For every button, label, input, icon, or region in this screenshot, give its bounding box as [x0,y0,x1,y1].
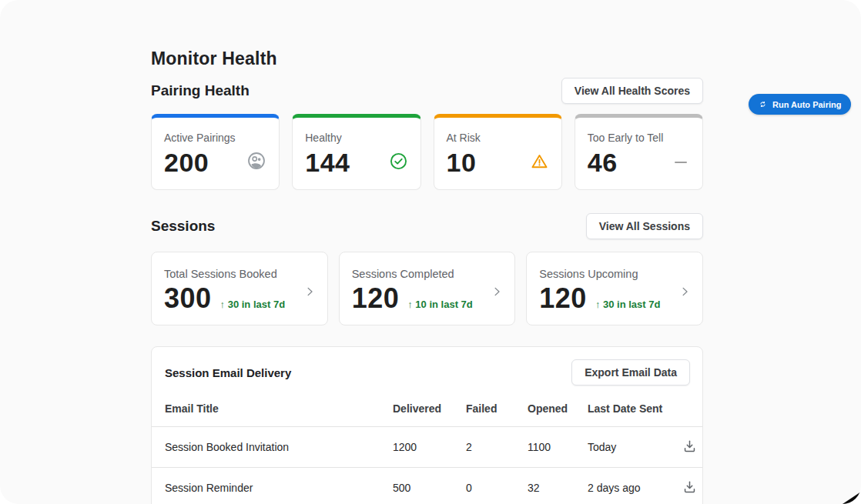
cell-email-title: Session Reminder [165,482,393,494]
session-card-value: 300 [164,285,212,312]
session-card-total-booked[interactable]: Total Sessions Booked 300 ↑ 30 in last 7… [151,252,328,325]
stat-label: Active Pairings [164,132,266,144]
session-card-delta: ↑ 30 in last 7d [220,299,286,310]
check-circle-icon [389,152,408,174]
session-card-completed[interactable]: Sessions Completed 120 ↑ 10 in last 7d [339,252,516,325]
cell-opened: 32 [528,482,588,494]
sync-icon [759,100,767,108]
session-card-value: 120 [352,285,400,312]
stat-value: 46 [588,149,618,175]
sessions-cards: Total Sessions Booked 300 ↑ 30 in last 7… [151,252,703,325]
column-header-last-date-sent: Last Date Sent [588,402,682,415]
cell-delivered: 1200 [393,441,466,453]
sessions-header: Sessions View All Sessions [151,213,703,239]
run-auto-pairing-button[interactable]: Run Auto Pairing [749,94,851,115]
session-card-value: 120 [539,285,587,312]
session-card-label: Sessions Upcoming [539,268,690,280]
chevron-right-icon[interactable] [490,285,504,302]
table-row: Session Reminder 500 0 32 2 days ago [152,468,702,504]
cell-failed: 0 [466,482,528,494]
view-all-sessions-button[interactable]: View All Sessions [586,213,703,239]
warning-icon [530,152,549,174]
cell-failed: 2 [466,441,528,453]
cell-delivered: 500 [393,482,466,494]
stat-card-at-risk: At Risk 10 [434,114,562,190]
stat-value: 144 [305,149,350,175]
cell-last-date-sent: Today [588,441,682,453]
stat-label: Healthy [305,132,407,144]
column-header-opened: Opened [528,402,588,415]
download-icon[interactable] [682,439,698,456]
stat-card-active-pairings: Active Pairings 200 [151,114,280,190]
stat-value: 10 [447,149,477,175]
stat-card-too-early: Too Early to Tell 46 [575,114,703,190]
main-content: Monitor Health Pairing Health View All H… [151,0,703,504]
cell-email-title: Session Booked Invitation [165,441,393,453]
stat-label: Too Early to Tell [588,132,690,144]
pairing-health-header: Pairing Health View All Health Scores [151,78,703,104]
session-email-delivery-card: Session Email Delivery Export Email Data… [151,346,703,504]
session-card-delta: ↑ 10 in last 7d [407,299,473,310]
monitor-health-page: Monitor Health Pairing Health View All H… [0,0,861,504]
cursor-artifact [843,492,861,504]
table-column-headers: Email Title Delivered Failed Opened Last… [152,402,702,427]
pairing-health-heading: Pairing Health [151,82,250,99]
session-card-label: Total Sessions Booked [164,268,315,280]
supervised-user-circle-icon [246,151,266,174]
dash-icon [675,162,687,164]
session-card-delta: ↑ 30 in last 7d [595,299,661,310]
stat-value: 200 [164,149,209,175]
stat-card-healthy: Healthy 144 [292,114,420,190]
chevron-right-icon[interactable] [678,285,692,302]
run-auto-pairing-label: Run Auto Pairing [772,100,841,109]
column-header-failed: Failed [466,402,528,415]
table-title: Session Email Delivery [165,366,291,379]
column-header-email-title: Email Title [165,402,393,415]
view-all-health-scores-button[interactable]: View All Health Scores [561,78,703,104]
cell-opened: 1100 [528,441,588,453]
session-card-label: Sessions Completed [352,268,503,280]
cell-last-date-sent: 2 days ago [588,482,682,494]
chevron-right-icon[interactable] [303,285,317,302]
session-card-upcoming[interactable]: Sessions Upcoming 120 ↑ 30 in last 7d [526,252,703,325]
stat-label: At Risk [447,132,549,144]
sessions-heading: Sessions [151,218,215,235]
page-title: Monitor Health [151,48,703,69]
table-row: Session Booked Invitation 1200 2 1100 To… [152,427,702,468]
pairing-health-cards: Active Pairings 200 Healthy [151,114,703,190]
download-icon[interactable] [682,479,698,496]
column-header-delivered: Delivered [393,402,466,415]
export-email-data-button[interactable]: Export Email Data [571,359,690,386]
